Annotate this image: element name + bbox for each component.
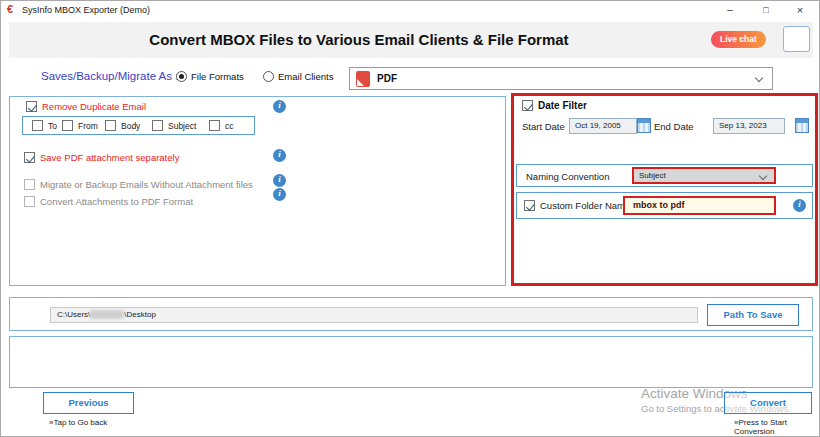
custom-folder-input[interactable]: mbox to pdf bbox=[623, 196, 776, 215]
radio-label: File Formats bbox=[191, 71, 244, 82]
pdf-file-icon bbox=[356, 71, 370, 87]
checkbox-icon bbox=[24, 152, 35, 163]
checkbox-icon bbox=[522, 100, 533, 111]
info-icon[interactable] bbox=[273, 149, 286, 162]
path-to-save-button[interactable]: Path To Save bbox=[707, 304, 799, 326]
window-title: SysInfo MBOX Exporter (Demo) bbox=[22, 5, 150, 15]
naming-convention-box: Naming Convention Subject bbox=[516, 164, 813, 187]
app-logo-icon: € bbox=[7, 3, 13, 15]
export-mode-label: Saves/Backup/Migrate As : bbox=[41, 70, 178, 82]
save-path-input[interactable]: C:\Users\\Desktop bbox=[50, 307, 698, 323]
duplicate-fields-box: To From Body Subject cc bbox=[22, 116, 255, 135]
title-bar: € SysInfo MBOX Exporter (Demo) – □ × bbox=[1, 1, 819, 20]
previous-hint: »Tap to Go back bbox=[49, 418, 107, 427]
checkbox-to[interactable]: To bbox=[32, 120, 57, 131]
redacted-username bbox=[90, 310, 124, 319]
minimize-button[interactable]: – bbox=[713, 1, 747, 20]
convert-hint: »Press to Start Conversion bbox=[734, 418, 819, 436]
previous-button[interactable]: Previous bbox=[43, 392, 134, 414]
checkbox-icon bbox=[152, 120, 163, 131]
start-date-label: Start Date bbox=[522, 121, 565, 132]
checkbox-cc[interactable]: cc bbox=[209, 120, 234, 131]
end-date-input[interactable]: Sep 13, 2023 bbox=[713, 118, 785, 134]
checkbox-icon bbox=[32, 120, 43, 131]
radio-button-icon bbox=[263, 71, 274, 82]
checkbox-icon bbox=[209, 120, 220, 131]
live-chat-button[interactable]: Live chat bbox=[711, 31, 766, 48]
convert-button[interactable]: Convert bbox=[724, 392, 812, 414]
checkbox-icon bbox=[62, 120, 73, 131]
info-icon[interactable] bbox=[273, 100, 286, 113]
path-suffix: \Desktop bbox=[124, 310, 156, 319]
checkbox-icon bbox=[105, 120, 116, 131]
naming-convention-label: Naming Convention bbox=[526, 171, 609, 182]
calendar-icon[interactable] bbox=[637, 118, 651, 133]
checkbox-subject[interactable]: Subject bbox=[152, 120, 196, 131]
page-title: Convert MBOX Files to Various Email Clie… bbox=[9, 31, 709, 48]
close-button[interactable]: × bbox=[783, 1, 817, 20]
maximize-button[interactable]: □ bbox=[749, 1, 783, 20]
checkbox-from[interactable]: From bbox=[62, 120, 98, 131]
start-date-input[interactable]: Oct 19, 2005 bbox=[569, 118, 637, 134]
naming-convention-dropdown[interactable]: Subject bbox=[632, 167, 776, 184]
end-date-label: End Date bbox=[654, 121, 694, 132]
format-dropdown[interactable]: PDF bbox=[349, 67, 773, 90]
checkbox-convert-attachment[interactable]: Convert Attachments to PDF Format bbox=[24, 196, 193, 207]
path-section: C:\Users\\Desktop Path To Save bbox=[9, 297, 813, 331]
radio-file-formats[interactable]: File Formats bbox=[176, 71, 244, 82]
options-panel: Remove Duplicate Email To From Body Subj… bbox=[9, 96, 506, 286]
hamburger-menu-button[interactable] bbox=[783, 26, 810, 52]
date-filter-panel: Date Filter Start Date Oct 19, 2005 End … bbox=[511, 93, 818, 286]
status-log-box bbox=[9, 336, 813, 388]
header-bar: Convert MBOX Files to Various Email Clie… bbox=[9, 22, 813, 58]
info-icon[interactable] bbox=[273, 174, 286, 187]
path-prefix: C:\Users\ bbox=[57, 310, 90, 319]
checkbox-icon bbox=[524, 200, 535, 211]
checkbox-save-attachment[interactable]: Save PDF attachment separately bbox=[24, 152, 179, 163]
checkbox-icon bbox=[24, 179, 35, 190]
checkbox-icon bbox=[24, 196, 35, 207]
checkbox-custom-folder[interactable]: Custom Folder Name bbox=[524, 200, 630, 211]
checkbox-icon bbox=[26, 101, 37, 112]
radio-email-clients[interactable]: Email Clients bbox=[263, 71, 333, 82]
checkbox-remove-duplicate[interactable]: Remove Duplicate Email bbox=[26, 101, 146, 112]
app-window: € SysInfo MBOX Exporter (Demo) – □ × Con… bbox=[0, 0, 820, 437]
radio-label: Email Clients bbox=[278, 71, 333, 82]
chevron-down-icon bbox=[755, 74, 763, 82]
format-dropdown-value: PDF bbox=[377, 73, 397, 84]
calendar-icon[interactable] bbox=[795, 118, 809, 133]
checkbox-date-filter[interactable]: Date Filter bbox=[522, 100, 587, 111]
checkbox-without-attachment[interactable]: Migrate or Backup Emails Without Attachm… bbox=[24, 179, 253, 190]
chevron-down-icon bbox=[759, 172, 767, 180]
info-icon[interactable] bbox=[273, 188, 286, 201]
radio-button-icon bbox=[176, 71, 187, 82]
custom-folder-box: Custom Folder Name mbox to pdf bbox=[516, 192, 813, 219]
info-icon[interactable] bbox=[793, 199, 806, 212]
checkbox-body[interactable]: Body bbox=[105, 120, 140, 131]
